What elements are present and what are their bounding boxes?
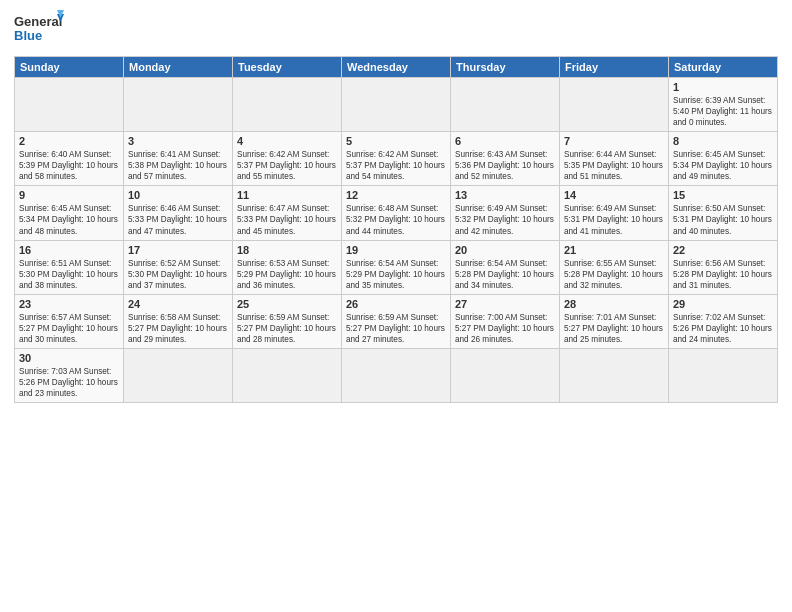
empty-cell: [15, 78, 124, 132]
week-row-2: 2Sunrise: 6:40 AM Sunset: 5:39 PM Daylig…: [15, 132, 778, 186]
day-info: Sunrise: 6:54 AM Sunset: 5:29 PM Dayligh…: [346, 258, 446, 291]
day-info: Sunrise: 7:01 AM Sunset: 5:27 PM Dayligh…: [564, 312, 664, 345]
day-number: 27: [455, 298, 555, 310]
day-info: Sunrise: 6:41 AM Sunset: 5:38 PM Dayligh…: [128, 149, 228, 182]
day-cell-5: 5Sunrise: 6:42 AM Sunset: 5:37 PM Daylig…: [342, 132, 451, 186]
day-info: Sunrise: 6:43 AM Sunset: 5:36 PM Dayligh…: [455, 149, 555, 182]
day-number: 5: [346, 135, 446, 147]
day-cell-19: 19Sunrise: 6:54 AM Sunset: 5:29 PM Dayli…: [342, 240, 451, 294]
day-number: 3: [128, 135, 228, 147]
day-number: 12: [346, 189, 446, 201]
day-number: 1: [673, 81, 773, 93]
day-cell-11: 11Sunrise: 6:47 AM Sunset: 5:33 PM Dayli…: [233, 186, 342, 240]
day-cell-12: 12Sunrise: 6:48 AM Sunset: 5:32 PM Dayli…: [342, 186, 451, 240]
logo-svg: General Blue: [14, 10, 64, 48]
day-info: Sunrise: 6:58 AM Sunset: 5:27 PM Dayligh…: [128, 312, 228, 345]
day-cell-23: 23Sunrise: 6:57 AM Sunset: 5:27 PM Dayli…: [15, 294, 124, 348]
day-number: 7: [564, 135, 664, 147]
day-number: 25: [237, 298, 337, 310]
day-cell-26: 26Sunrise: 6:59 AM Sunset: 5:27 PM Dayli…: [342, 294, 451, 348]
day-number: 11: [237, 189, 337, 201]
day-cell-18: 18Sunrise: 6:53 AM Sunset: 5:29 PM Dayli…: [233, 240, 342, 294]
day-number: 30: [19, 352, 119, 364]
day-number: 19: [346, 244, 446, 256]
day-info: Sunrise: 6:54 AM Sunset: 5:28 PM Dayligh…: [455, 258, 555, 291]
day-number: 29: [673, 298, 773, 310]
day-info: Sunrise: 6:57 AM Sunset: 5:27 PM Dayligh…: [19, 312, 119, 345]
week-row-3: 9Sunrise: 6:45 AM Sunset: 5:34 PM Daylig…: [15, 186, 778, 240]
day-cell-10: 10Sunrise: 6:46 AM Sunset: 5:33 PM Dayli…: [124, 186, 233, 240]
week-row-5: 23Sunrise: 6:57 AM Sunset: 5:27 PM Dayli…: [15, 294, 778, 348]
day-info: Sunrise: 6:44 AM Sunset: 5:35 PM Dayligh…: [564, 149, 664, 182]
day-number: 2: [19, 135, 119, 147]
day-info: Sunrise: 6:40 AM Sunset: 5:39 PM Dayligh…: [19, 149, 119, 182]
day-info: Sunrise: 6:59 AM Sunset: 5:27 PM Dayligh…: [346, 312, 446, 345]
day-number: 6: [455, 135, 555, 147]
day-info: Sunrise: 6:49 AM Sunset: 5:32 PM Dayligh…: [455, 203, 555, 236]
day-info: Sunrise: 6:45 AM Sunset: 5:34 PM Dayligh…: [673, 149, 773, 182]
day-info: Sunrise: 6:47 AM Sunset: 5:33 PM Dayligh…: [237, 203, 337, 236]
day-number: 24: [128, 298, 228, 310]
day-info: Sunrise: 6:42 AM Sunset: 5:37 PM Dayligh…: [237, 149, 337, 182]
day-cell-22: 22Sunrise: 6:56 AM Sunset: 5:28 PM Dayli…: [669, 240, 778, 294]
day-number: 4: [237, 135, 337, 147]
day-cell-14: 14Sunrise: 6:49 AM Sunset: 5:31 PM Dayli…: [560, 186, 669, 240]
day-cell-30: 30Sunrise: 7:03 AM Sunset: 5:26 PM Dayli…: [15, 348, 124, 402]
logo: General Blue: [14, 10, 64, 48]
svg-text:General: General: [14, 14, 62, 29]
day-info: Sunrise: 6:39 AM Sunset: 5:40 PM Dayligh…: [673, 95, 773, 128]
day-number: 26: [346, 298, 446, 310]
day-info: Sunrise: 6:49 AM Sunset: 5:31 PM Dayligh…: [564, 203, 664, 236]
empty-cell: [560, 78, 669, 132]
weekday-header-friday: Friday: [560, 57, 669, 78]
day-number: 21: [564, 244, 664, 256]
empty-cell: [669, 348, 778, 402]
day-cell-27: 27Sunrise: 7:00 AM Sunset: 5:27 PM Dayli…: [451, 294, 560, 348]
empty-cell: [233, 78, 342, 132]
day-cell-9: 9Sunrise: 6:45 AM Sunset: 5:34 PM Daylig…: [15, 186, 124, 240]
week-row-1: 1Sunrise: 6:39 AM Sunset: 5:40 PM Daylig…: [15, 78, 778, 132]
empty-cell: [451, 78, 560, 132]
day-number: 28: [564, 298, 664, 310]
day-cell-2: 2Sunrise: 6:40 AM Sunset: 5:39 PM Daylig…: [15, 132, 124, 186]
calendar-table: SundayMondayTuesdayWednesdayThursdayFrid…: [14, 56, 778, 403]
day-cell-20: 20Sunrise: 6:54 AM Sunset: 5:28 PM Dayli…: [451, 240, 560, 294]
day-cell-3: 3Sunrise: 6:41 AM Sunset: 5:38 PM Daylig…: [124, 132, 233, 186]
day-number: 15: [673, 189, 773, 201]
weekday-header-tuesday: Tuesday: [233, 57, 342, 78]
day-number: 8: [673, 135, 773, 147]
day-number: 10: [128, 189, 228, 201]
weekday-header-row: SundayMondayTuesdayWednesdayThursdayFrid…: [15, 57, 778, 78]
day-number: 18: [237, 244, 337, 256]
day-number: 22: [673, 244, 773, 256]
day-info: Sunrise: 6:45 AM Sunset: 5:34 PM Dayligh…: [19, 203, 119, 236]
page: General Blue SundayMondayTuesdayWednesda…: [0, 0, 792, 612]
day-info: Sunrise: 6:42 AM Sunset: 5:37 PM Dayligh…: [346, 149, 446, 182]
weekday-header-monday: Monday: [124, 57, 233, 78]
weekday-header-sunday: Sunday: [15, 57, 124, 78]
weekday-header-wednesday: Wednesday: [342, 57, 451, 78]
day-info: Sunrise: 6:59 AM Sunset: 5:27 PM Dayligh…: [237, 312, 337, 345]
day-cell-25: 25Sunrise: 6:59 AM Sunset: 5:27 PM Dayli…: [233, 294, 342, 348]
day-cell-6: 6Sunrise: 6:43 AM Sunset: 5:36 PM Daylig…: [451, 132, 560, 186]
day-info: Sunrise: 6:53 AM Sunset: 5:29 PM Dayligh…: [237, 258, 337, 291]
empty-cell: [560, 348, 669, 402]
day-cell-13: 13Sunrise: 6:49 AM Sunset: 5:32 PM Dayli…: [451, 186, 560, 240]
day-number: 23: [19, 298, 119, 310]
weekday-header-thursday: Thursday: [451, 57, 560, 78]
weekday-header-saturday: Saturday: [669, 57, 778, 78]
day-number: 16: [19, 244, 119, 256]
empty-cell: [124, 78, 233, 132]
day-cell-4: 4Sunrise: 6:42 AM Sunset: 5:37 PM Daylig…: [233, 132, 342, 186]
empty-cell: [342, 348, 451, 402]
day-number: 9: [19, 189, 119, 201]
day-info: Sunrise: 6:48 AM Sunset: 5:32 PM Dayligh…: [346, 203, 446, 236]
day-info: Sunrise: 7:03 AM Sunset: 5:26 PM Dayligh…: [19, 366, 119, 399]
day-cell-24: 24Sunrise: 6:58 AM Sunset: 5:27 PM Dayli…: [124, 294, 233, 348]
day-info: Sunrise: 7:00 AM Sunset: 5:27 PM Dayligh…: [455, 312, 555, 345]
empty-cell: [233, 348, 342, 402]
day-number: 17: [128, 244, 228, 256]
empty-cell: [451, 348, 560, 402]
header: General Blue: [14, 10, 778, 48]
empty-cell: [124, 348, 233, 402]
